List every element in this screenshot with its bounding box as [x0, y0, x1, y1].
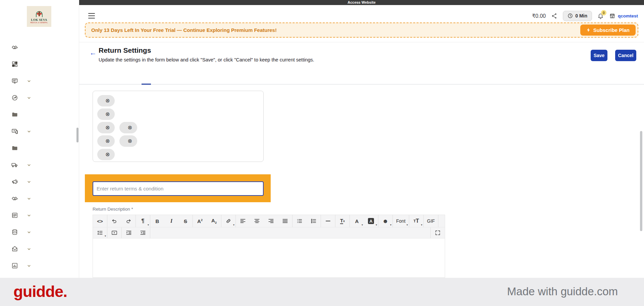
code-view-icon[interactable]: <>: [93, 215, 107, 227]
chip-remove-icon[interactable]: ⊗: [105, 152, 110, 157]
line-height-icon[interactable]: ▾: [93, 227, 107, 238]
chip-remove-icon[interactable]: ⊗: [105, 112, 110, 117]
chip-remove-icon[interactable]: ⊗: [105, 138, 110, 144]
font-family-button[interactable]: Font▾: [393, 215, 409, 227]
chip-row: ⊗: [97, 149, 259, 160]
editor-toolbar-row1: <>¶▾BISA2A2▾TxA▾A▾☻▾Font▾TT▾GIF: [93, 215, 445, 227]
toolbar-group: [107, 215, 136, 227]
superscript-icon[interactable]: A2: [193, 215, 207, 227]
page-scrollbar-thumb[interactable]: [640, 131, 642, 231]
toolbar-group: Tx: [335, 215, 350, 227]
emoticons-icon[interactable]: ☻▾: [378, 215, 392, 227]
save-button[interactable]: Save: [591, 50, 607, 61]
insert-gif-button[interactable]: GIF: [424, 215, 438, 227]
indent-icon[interactable]: [122, 227, 136, 238]
guidde-footer: guidde. Made with guidde.com: [0, 278, 644, 306]
align-left-icon[interactable]: [236, 215, 250, 227]
strikethrough-icon[interactable]: S: [178, 215, 193, 227]
outdent-icon[interactable]: [136, 227, 150, 238]
chevron-down-icon: [27, 96, 31, 100]
toolbar-group: A2A2: [193, 215, 221, 227]
wallet-balance[interactable]: ₹0.00: [532, 13, 546, 19]
toolbar-group: ▾: [221, 215, 236, 227]
envelope-icon: [11, 246, 18, 252]
subscript-icon[interactable]: A2: [207, 215, 221, 227]
sidebar-item-delivery-jobs[interactable]: [0, 157, 79, 173]
toolbar-group: ☻▾: [378, 215, 393, 227]
chip-row: ⊗⊗: [97, 135, 259, 147]
access-website-bar[interactable]: Access Website: [79, 0, 644, 5]
redo-icon[interactable]: [121, 215, 136, 227]
sidebar-scrollbar-thumb[interactable]: [76, 128, 78, 142]
timer-pill[interactable]: 0 Min: [563, 11, 592, 21]
insert-video-icon[interactable]: [107, 227, 121, 238]
return-reason-chip[interactable]: ⊗: [97, 149, 115, 160]
cancel-button[interactable]: Cancel: [615, 50, 636, 61]
toolbar-group: Font▾: [393, 215, 409, 227]
insert-link-icon[interactable]: ▾: [221, 215, 235, 227]
notifications-button[interactable]: 0: [597, 13, 604, 19]
align-justify-icon[interactable]: [278, 215, 292, 227]
paragraph-format-icon[interactable]: ¶▾: [136, 215, 150, 227]
return-reason-chip[interactable]: ⊗: [97, 108, 115, 120]
share-icon[interactable]: [551, 13, 557, 19]
sidebar-item-assets-manager[interactable]: [0, 140, 79, 157]
tab-order-setting[interactable]: [107, 71, 117, 84]
tab-product-settings[interactable]: [85, 71, 94, 84]
chip-remove-icon[interactable]: ⊗: [105, 98, 110, 103]
sidebar: LOK SEVA MEDICAL & GENERAL: [0, 0, 79, 278]
chip-remove-icon[interactable]: ⊗: [127, 125, 132, 130]
return-reason-chip[interactable]: ⊗: [119, 135, 137, 147]
bold-icon[interactable]: B: [150, 215, 164, 227]
sidebar-item-orders[interactable]: [0, 73, 79, 89]
page-title: Return Settings: [99, 46, 151, 54]
tab-user-settings[interactable]: [130, 71, 140, 84]
sidebar-item-analytics[interactable]: [0, 257, 79, 274]
sidebar-item-email[interactable]: [0, 241, 79, 257]
sidebar-item-dashboard[interactable]: [0, 56, 79, 73]
back-arrow-icon[interactable]: ←: [90, 49, 97, 56]
font-size-icon[interactable]: TT▾: [409, 215, 423, 227]
sidebar-item-welcome[interactable]: [0, 39, 79, 56]
screen-star-icon: [11, 128, 18, 135]
sidebar-item-customer-relations[interactable]: [0, 190, 79, 207]
sidebar-item-designs-pages[interactable]: [0, 123, 79, 140]
chip-remove-icon[interactable]: ⊗: [127, 138, 132, 144]
unordered-list-icon[interactable]: [292, 215, 307, 227]
return-terms-input[interactable]: [93, 181, 264, 196]
chip-row: ⊗⊗: [97, 122, 259, 133]
ordered-list-icon[interactable]: [307, 215, 321, 227]
background-color-icon[interactable]: A▾: [364, 215, 378, 227]
tab-cart-settings[interactable]: [96, 71, 105, 84]
editor-content-area[interactable]: [93, 238, 445, 277]
return-reason-chip[interactable]: ⊗: [97, 122, 115, 133]
undo-icon[interactable]: [107, 215, 121, 227]
align-center-icon[interactable]: [250, 215, 264, 227]
account-button[interactable]: qcomtest: [609, 13, 638, 19]
subscribe-plan-button[interactable]: Subscribe Plan: [580, 25, 636, 36]
italic-icon[interactable]: I: [164, 215, 178, 227]
text-color-icon[interactable]: A▾: [350, 215, 364, 227]
tab-payment-settings[interactable]: [119, 71, 128, 84]
chevron-down-icon: [27, 247, 31, 251]
form-icon: [11, 212, 18, 219]
sidebar-item-data-source[interactable]: [0, 224, 79, 241]
return-reason-chip[interactable]: ⊗: [97, 95, 115, 106]
return-reason-chip[interactable]: ⊗: [97, 135, 115, 147]
bar-chart-icon: [11, 262, 18, 269]
sidebar-item-forms[interactable]: [0, 207, 79, 224]
clear-formatting-icon[interactable]: Tx: [335, 215, 350, 227]
return-reason-chip[interactable]: ⊗: [119, 122, 137, 133]
company-logo[interactable]: LOK SEVA MEDICAL & GENERAL: [27, 6, 51, 27]
horizontal-rule-icon[interactable]: [321, 215, 335, 227]
sidebar-item-bulk-import-export[interactable]: [0, 106, 79, 123]
fullscreen-icon[interactable]: [431, 227, 445, 238]
sidebar-item-master-data[interactable]: [0, 89, 79, 106]
lightning-bolt-icon: [586, 28, 591, 33]
chip-remove-icon[interactable]: ⊗: [105, 125, 110, 130]
rich-text-editor: <>¶▾BISA2A2▾TxA▾A▾☻▾Font▾TT▾GIF ▾: [93, 215, 445, 278]
sidebar-item-user-notifications[interactable]: [0, 173, 79, 190]
tab-return-settings[interactable]: [142, 71, 151, 84]
align-right-icon[interactable]: [264, 215, 278, 227]
hamburger-menu-icon[interactable]: [88, 13, 95, 18]
